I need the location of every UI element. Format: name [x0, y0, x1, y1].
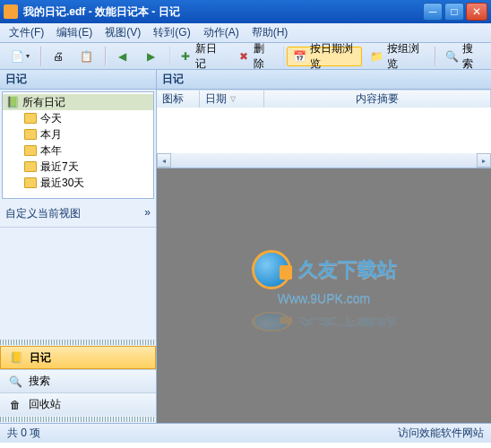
forward-button[interactable]: ▶: [138, 47, 165, 66]
tree-item-label: 最近30天: [40, 176, 84, 191]
folder-icon: [24, 177, 37, 188]
group-icon: 📁: [370, 49, 383, 64]
search-icon: 🔍: [445, 49, 459, 64]
scroll-left-button[interactable]: ◂: [157, 153, 171, 168]
new-diary-label: 新日记: [195, 41, 223, 72]
tree-item-30days[interactable]: 最近30天: [3, 175, 153, 191]
status-bar: 共 0 项 访问效能软件网站: [0, 423, 491, 443]
book-icon: 📗: [6, 96, 19, 108]
menu-edit[interactable]: 编辑(E): [53, 23, 96, 42]
separator: [169, 47, 171, 66]
status-count: 共 0 项: [7, 426, 40, 441]
preview-button[interactable]: 📋: [73, 47, 100, 66]
nav-diary[interactable]: 📒日记: [0, 346, 156, 369]
search-icon: 🔍: [7, 374, 23, 390]
folder-icon: [24, 161, 37, 172]
tree-item-label: 今天: [40, 111, 62, 126]
tree-view: 📗所有日记 今天 本月 本年 最近7天 最近30天: [2, 91, 154, 199]
tree-item-7days[interactable]: 最近7天: [3, 159, 153, 175]
new-diary-button[interactable]: ✚新日记: [173, 47, 229, 66]
folder-icon: [24, 113, 37, 124]
watermark-url: Www.9UPK.com: [252, 291, 397, 306]
col-summary[interactable]: 内容摘要: [264, 90, 491, 108]
horizontal-scrollbar[interactable]: ◂ ▸: [157, 153, 491, 168]
maximize-button[interactable]: □: [444, 3, 464, 21]
separator: [105, 47, 107, 66]
sidebar: 日记 📗所有日记 今天 本月 本年 最近7天 最近30天 自定义当前视图» 📒日…: [0, 70, 157, 423]
search-button[interactable]: 🔍搜索: [439, 47, 486, 66]
folder-icon: [24, 145, 37, 156]
browse-by-date-button[interactable]: 📅按日期浏览: [287, 47, 362, 66]
content-header: 日记: [157, 70, 491, 90]
column-headers: 图标 日期▽ 内容摘要: [157, 90, 491, 108]
sidebar-header: 日记: [0, 70, 156, 90]
app-icon: [4, 4, 18, 19]
tree-item-label: 本年: [40, 143, 62, 159]
preview-pane: 久友下载站 Www.9UPK.com 久友下载站: [157, 168, 491, 423]
menu-file[interactable]: 文件(F): [5, 23, 47, 42]
list-body: ◂ ▸: [157, 108, 491, 168]
sidebar-spacer: [0, 228, 156, 339]
browse-group-label: 按组浏览: [387, 41, 423, 72]
splitter[interactable]: [0, 340, 156, 345]
footer-link[interactable]: 访问效能软件网站: [398, 426, 484, 441]
menu-view[interactable]: 视图(V): [101, 23, 144, 42]
new-button[interactable]: 📄▾: [4, 47, 36, 66]
tree-root-all-diaries[interactable]: 📗所有日记: [3, 94, 153, 110]
delete-label: 删除: [254, 41, 272, 72]
forward-icon: ▶: [144, 49, 159, 64]
menu-goto[interactable]: 转到(G): [150, 23, 194, 42]
chevron-icon: »: [144, 206, 151, 221]
print-icon: 🖨: [51, 49, 65, 64]
menu-action[interactable]: 动作(A): [200, 23, 243, 42]
search-label: 搜索: [462, 41, 479, 72]
tree-item-today[interactable]: 今天: [3, 110, 153, 126]
separator: [435, 47, 436, 66]
tree-item-month[interactable]: 本月: [3, 126, 153, 142]
delete-button[interactable]: ✖删除: [231, 47, 278, 66]
separator: [283, 47, 285, 66]
back-button[interactable]: ◀: [109, 47, 136, 66]
nav-search[interactable]: 🔍搜索: [0, 369, 156, 392]
toolbar: 📄▾ 🖨 📋 ◀ ▶ ✚新日记 ✖删除 📅按日期浏览 📁按组浏览 🔍搜索: [0, 43, 491, 70]
new-icon: 📄: [10, 49, 24, 64]
recycle-icon: 🗑: [7, 397, 23, 413]
tree-item-label: 最近7天: [40, 159, 79, 175]
nav-recycle[interactable]: 🗑回收站: [0, 392, 156, 416]
menu-help[interactable]: 帮助(H): [248, 23, 292, 42]
watermark-text: 久友下载站: [298, 256, 397, 283]
delete-icon: ✖: [237, 49, 250, 64]
watermark: 久友下载站 Www.9UPK.com 久友下载站: [252, 250, 397, 341]
window-title: 我的日记.edf - 效能日记本 - 日记: [23, 4, 421, 20]
minimize-button[interactable]: ─: [423, 3, 443, 21]
dropdown-icon: ▾: [26, 52, 30, 60]
custom-view-link[interactable]: 自定义当前视图»: [0, 201, 156, 228]
browse-by-group-button[interactable]: 📁按组浏览: [364, 47, 429, 66]
title-bar: 我的日记.edf - 效能日记本 - 日记 ─ □ ✕: [0, 0, 491, 23]
content-area: 日记 图标 日期▽ 内容摘要 ◂ ▸ 久友下载站 Www.9UPK.com: [157, 70, 491, 423]
preview-icon: 📋: [80, 49, 94, 64]
plus-icon: ✚: [179, 49, 192, 64]
print-button[interactable]: 🖨: [45, 47, 72, 66]
splitter[interactable]: [0, 417, 156, 422]
nav-diary-label: 日记: [30, 350, 51, 366]
calendar-icon: 📅: [293, 49, 306, 64]
custom-view-label: 自定义当前视图: [5, 206, 81, 221]
scroll-right-button[interactable]: ▸: [477, 153, 491, 168]
browse-date-label: 按日期浏览: [310, 41, 356, 72]
watermark-logo-icon: [252, 250, 291, 289]
tree-root-label: 所有日记: [22, 95, 65, 110]
tree-item-label: 本月: [40, 127, 62, 142]
sort-desc-icon: ▽: [230, 95, 236, 103]
scroll-track[interactable]: [171, 153, 477, 168]
back-icon: ◀: [116, 49, 130, 64]
nav-recycle-label: 回收站: [29, 397, 61, 412]
diary-icon: 📒: [8, 349, 24, 366]
col-date[interactable]: 日期▽: [200, 90, 264, 108]
tree-item-year[interactable]: 本年: [3, 142, 153, 159]
col-icon[interactable]: 图标: [157, 90, 200, 108]
folder-icon: [24, 129, 37, 140]
separator: [40, 47, 42, 66]
close-button[interactable]: ✕: [466, 3, 487, 21]
nav-search-label: 搜索: [29, 374, 50, 389]
